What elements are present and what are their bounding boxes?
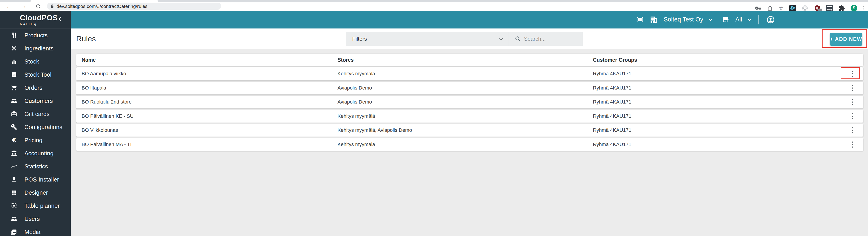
address-bar[interactable]: dev.solteqpos.com/#/contractCatering/rul… xyxy=(47,3,221,10)
store-icon xyxy=(722,16,730,24)
rule-stores: Aviapolis Demo xyxy=(338,85,372,91)
sidebar-item-customers[interactable]: Customers xyxy=(0,94,71,107)
sidebar-item-label: Stock xyxy=(24,58,39,65)
extensions-puzzle-icon[interactable] xyxy=(839,5,845,11)
sidebar-item-label: Stock Tool xyxy=(24,71,51,78)
table-row[interactable]: BO Ruokailu 2nd store Aviapolis Demo Ryh… xyxy=(76,95,864,109)
download-icon xyxy=(10,176,18,183)
browser-profile-avatar[interactable]: S xyxy=(850,5,857,11)
sidebar-item-products[interactable]: Products xyxy=(0,29,71,42)
filter-search-toolbar: Filters xyxy=(346,32,583,46)
rule-customer-groups: Ryhmä 4KAU171 xyxy=(593,85,631,91)
rule-stores: Kehitys myymälä, Aviapolis Demo xyxy=(338,127,412,133)
rule-name: BO Ruokailu 2nd store xyxy=(82,99,131,105)
people-icon xyxy=(10,215,18,222)
sidebar-item-table-planner[interactable]: Table planner xyxy=(0,199,71,212)
crossed-utensils-icon xyxy=(10,45,18,52)
share-icon[interactable] xyxy=(767,5,773,11)
ublock-shield-icon[interactable]: 1 xyxy=(814,5,820,11)
layout-icon xyxy=(10,202,18,209)
sidebar-item-label: Statistics xyxy=(24,163,48,170)
sidebar-item-accounting[interactable]: Accounting xyxy=(0,147,71,160)
table-header-row: Name Stores Customer Groups xyxy=(76,54,864,66)
forward-icon: → xyxy=(21,3,27,9)
sidebar-item-label: Configurations xyxy=(24,124,62,131)
browser-chrome: ← → dev.solteqpos.com/#/contractCatering… xyxy=(0,0,868,11)
sidebar-item-ingredients[interactable]: Ingredients xyxy=(0,42,71,55)
sidebar-item-gift-cards[interactable]: Gift cards xyxy=(0,107,71,120)
sidebar-item-label: Pricing xyxy=(24,137,42,144)
list-extension-icon[interactable] xyxy=(826,5,833,11)
sidebar-item-designer[interactable]: Designer xyxy=(0,186,71,199)
sidebar-item-statistics[interactable]: Statistics xyxy=(0,160,71,173)
sidebar-item-label: POS Installer xyxy=(24,176,59,183)
url-text: dev.solteqpos.com/#/contractCatering/rul… xyxy=(57,4,147,9)
rule-stores: Kehitys myymälä xyxy=(338,71,375,77)
euro-icon: € xyxy=(10,137,18,144)
rule-customer-groups: Ryhmä 4KAU171 xyxy=(593,127,631,133)
store-selector[interactable]: All xyxy=(735,16,742,23)
chevron-down-icon xyxy=(499,36,503,40)
rule-name: BO Aamupala viikko xyxy=(82,71,126,77)
rule-name: BO Iltapala xyxy=(82,85,106,91)
row-menu-icon[interactable] xyxy=(848,126,857,135)
sidebar-item-pos-installer[interactable]: POS Installer xyxy=(0,173,71,186)
rule-customer-groups: Ryhmä 4KAU171 xyxy=(593,99,631,105)
row-menu-icon[interactable] xyxy=(848,83,857,92)
search-box[interactable] xyxy=(509,32,583,46)
chevron-down-icon[interactable] xyxy=(747,17,751,21)
table-row[interactable]: BO Aamupala viikko Kehitys myymälä Ryhmä… xyxy=(76,67,864,80)
filters-dropdown[interactable]: Filters xyxy=(346,32,509,46)
rule-customer-groups: Ryhmä 4KAU171 xyxy=(593,113,631,119)
bank-icon xyxy=(10,150,18,157)
rule-name: BO Päivällinen MA - TI xyxy=(82,142,131,147)
company-selector[interactable]: Solteq Test Oy xyxy=(664,16,703,23)
table-row[interactable]: BO Päivällinen KE - SU Kehitys myymälä R… xyxy=(76,110,864,123)
account-icon[interactable] xyxy=(766,16,775,24)
table-row[interactable]: BO Iltapala Aviapolis Demo Ryhmä 4KAU171 xyxy=(76,81,864,94)
rule-stores: Kehitys myymälä xyxy=(338,142,375,147)
sidebar-item-label: Accounting xyxy=(24,150,54,157)
app-header: Solteq Test Oy All xyxy=(71,11,868,28)
sidebar-item-configurations[interactable]: Configurations xyxy=(0,120,71,134)
cart-icon xyxy=(10,84,18,91)
gift-card-icon xyxy=(10,111,18,117)
table-row[interactable]: BO Viikkolounas Kehitys myymälä, Aviapol… xyxy=(76,124,864,137)
column-header-stores: Stores xyxy=(338,57,354,63)
key-icon[interactable] xyxy=(755,5,761,11)
rule-stores: Kehitys myymälä xyxy=(338,113,375,119)
filters-label: Filters xyxy=(352,36,367,42)
sidebar: CloudPOS SOLTEQ Products Ingredients Sto… xyxy=(0,11,71,236)
react-devtools-icon[interactable] xyxy=(789,5,796,11)
browser-active-tab[interactable] xyxy=(31,0,158,2)
sidebar-item-label: Table planner xyxy=(24,202,60,209)
browser-menu-icon[interactable] xyxy=(863,5,865,11)
add-new-button[interactable]: + ADD NEW xyxy=(830,33,862,46)
barcode-scan-icon[interactable] xyxy=(636,16,644,24)
sidebar-item-media[interactable]: Media xyxy=(0,225,71,236)
sidebar-nav: Products Ingredients Stock Stock Tool Or… xyxy=(0,29,71,236)
rule-customer-groups: Ryhmä 4KAU171 xyxy=(593,142,631,147)
orbit-extension-icon[interactable] xyxy=(802,5,808,11)
sidebar-item-stock-tool[interactable]: Stock Tool xyxy=(0,68,71,81)
table-row[interactable]: BO Päivällinen MA - TI Kehitys myymälä R… xyxy=(76,138,864,151)
sidebar-item-stock[interactable]: Stock xyxy=(0,55,71,68)
column-header-name: Name xyxy=(82,57,96,63)
row-menu-icon[interactable] xyxy=(848,69,857,78)
image-icon xyxy=(10,229,18,235)
sidebar-item-pricing[interactable]: € Pricing xyxy=(0,134,71,147)
utensils-icon xyxy=(10,32,18,39)
people-icon xyxy=(10,97,18,104)
row-menu-icon[interactable] xyxy=(848,97,857,107)
row-menu-icon[interactable] xyxy=(848,140,857,149)
chevron-down-icon[interactable] xyxy=(708,17,712,21)
sidebar-logo-area: CloudPOS SOLTEQ xyxy=(0,11,71,28)
search-input[interactable] xyxy=(524,36,583,42)
bookmark-star-icon[interactable]: ☆ xyxy=(778,5,784,11)
reload-icon[interactable] xyxy=(35,3,41,9)
sidebar-item-users[interactable]: Users xyxy=(0,212,71,225)
back-icon[interactable]: ← xyxy=(6,3,12,9)
row-menu-icon[interactable] xyxy=(848,112,857,121)
sidebar-item-orders[interactable]: Orders xyxy=(0,81,71,94)
rule-name: BO Päivällinen KE - SU xyxy=(82,113,133,119)
